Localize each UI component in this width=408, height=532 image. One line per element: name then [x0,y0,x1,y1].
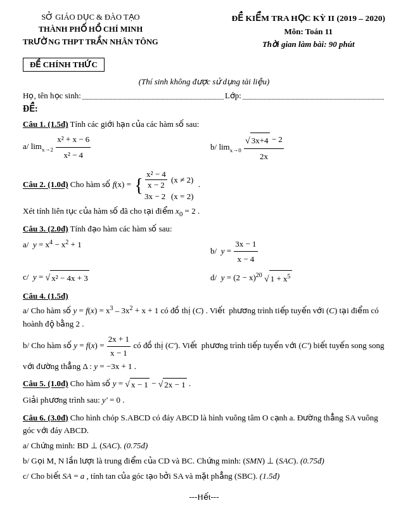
page-content: SỞ GIÁO DỤC & ĐÀO TẠO THÀNH PHỐ HỒ CHÍ M… [23,11,385,502]
q6-a: a/ Chứng minh: BD ⊥ (SAC). (0.75đ) [23,439,385,453]
official-label: ĐỀ CHÍNH THỨC [23,58,105,72]
q6-header: Câu 6. (3.0đ) Cho hình chóp S.ABCD có đá… [23,412,385,438]
class-label: Lớp: [225,91,241,101]
q4-a: a/ Cho hàm số y = f(x) = x3 – 3x2 + x + … [23,303,385,331]
q5-header: Câu 5. (1.0đ) Cho hàm số y = √x − 1 − √2… [23,377,385,391]
end-label: ---Hết--- [23,492,385,502]
q1-desc: Tính các giới hạn của các hàm số sau: [70,119,200,129]
q1-b: b/ limx→0 √3x+4 − 2 2x [210,132,385,164]
q1-b-lim: limx→0 √3x+4 − 2 2x [219,142,284,152]
student-name-line [82,91,224,100]
q5-title: Câu 5. (1.0đ) [23,379,68,389]
q3-desc: Tính đạo hàm các hàm số sau: [70,224,172,233]
q3-title: Câu 3. (2.0đ) [23,224,68,233]
q2-title: Câu 2. (1.0đ) [23,180,68,190]
header-right: ĐỀ KIỂM TRA HỌC KỲ II (2019 – 2020) Môn:… [231,11,385,51]
class-line [243,91,384,100]
q1-header: Câu 1. (1.5đ) Tính các giới hạn của các … [23,119,385,129]
q6-c: c/ Cho biết SA = a , tính tan của góc tạ… [23,470,385,483]
exam-title: ĐỀ KIỂM TRA HỌC KỲ II (2019 – 2020) [231,11,385,25]
exam-time: Thời gian làm bài: 90 phút [231,38,385,51]
q4-header: Câu 4. (1.5đ) [23,291,385,301]
q3-row1: a/ y = x4 − x2 + 1 b/ y = 3x − 1 x − 4 [23,237,385,267]
q3-header: Câu 3. (2.0đ) Tính đạo hàm các hàm số sa… [23,224,385,234]
q1-math-row: a/ limx→2 x² + x − 6 x² − 4 b/ limx→0 √3… [23,132,385,164]
question-3: Câu 3. (2.0đ) Tính đạo hàm các hàm số sa… [23,224,385,287]
question-1: Câu 1. (1.5đ) Tính các giới hạn của các … [23,119,385,164]
q2-header: Câu 2. (1.0đ) Cho hàm số f(x) = { x² − 4… [23,168,385,203]
q3-row2: c/ y = √x² − 4x + 3 d/ y = (2 − x)20 √1 … [23,269,385,287]
q3-c: c/ y = √x² − 4x + 3 [23,269,198,286]
question-5: Câu 5. (1.0đ) Cho hàm số y = √x − 1 − √2… [23,377,385,406]
piecewise-cond2: (x = 2) [169,191,194,202]
school-city: THÀNH PHỐ HỒ CHÍ MINH [23,23,158,36]
school-name: TRƯỜNG THPT TRẦN NHÂN TÔNG [23,36,158,48]
piecewise-row2: 3x − 2 [144,191,168,202]
notice-text: (Thí sinh không được sử dụng tài liệu) [23,77,385,87]
q1-a-lim: limx→2 x² + x − 6 x² − 4 [31,141,92,151]
school-dept: SỞ GIÁO DỤC & ĐÀO TẠO [23,11,158,23]
q1-a-label: a/ [23,141,31,151]
question-6: Câu 6. (3.0đ) Cho hình chóp S.ABCD có đá… [23,412,385,483]
header-left: SỞ GIÁO DỤC & ĐÀO TẠO THÀNH PHỐ HỒ CHÍ M… [23,11,158,48]
student-label: Họ, tên học sinh: [23,91,81,101]
q1-title: Câu 1. (1.5đ) [23,119,68,129]
question-2: Câu 2. (1.0đ) Cho hàm số f(x) = { x² − 4… [23,168,385,219]
piecewise-row1: x² − 4 x − 2 [144,169,168,190]
q3-b: b/ y = 3x − 1 x − 4 [210,237,385,267]
q4-title: Câu 4. (1.5đ) [23,291,68,301]
q1-a: a/ limx→2 x² + x − 6 x² − 4 [23,132,198,162]
q2-cont: Xét tính liên tục của hàm số đã cho tại … [23,205,385,219]
question-4: Câu 4. (1.5đ) a/ Cho hàm số y = f(x) = x… [23,291,385,373]
q6-b: b/ Gọi M, N lần lượt là trung điểm của C… [23,455,385,468]
q3-a: a/ y = x4 − x2 + 1 [23,237,198,252]
piecewise-brace: { [134,176,143,195]
student-info-row: Họ, tên học sinh: Lớp: [23,91,385,101]
q2-desc: Cho hàm số [70,180,113,190]
piecewise-cond1: (x ≠ 2) [169,169,194,190]
q1-b-label: b/ [210,142,219,152]
q3-d: d/ y = (2 − x)20 √1 + x5 [210,269,385,287]
piecewise-table: x² − 4 x − 2 (x ≠ 2) 3x − 2 (x = 2) [143,168,194,203]
header: SỞ GIÁO DỤC & ĐÀO TẠO THÀNH PHỐ HỒ CHÍ M… [23,11,385,51]
q4-b: b/ Cho hàm số y = f(x) = 2x + 1 x − 1 có… [23,333,385,373]
de-label: ĐỀ: [23,103,385,114]
exam-subject: Môn: Toán 11 [231,25,385,39]
q5-cont: Giải phương trình sau: y' = 0 . [23,394,385,407]
q6-title: Câu 6. (3.0đ) [23,413,68,422]
